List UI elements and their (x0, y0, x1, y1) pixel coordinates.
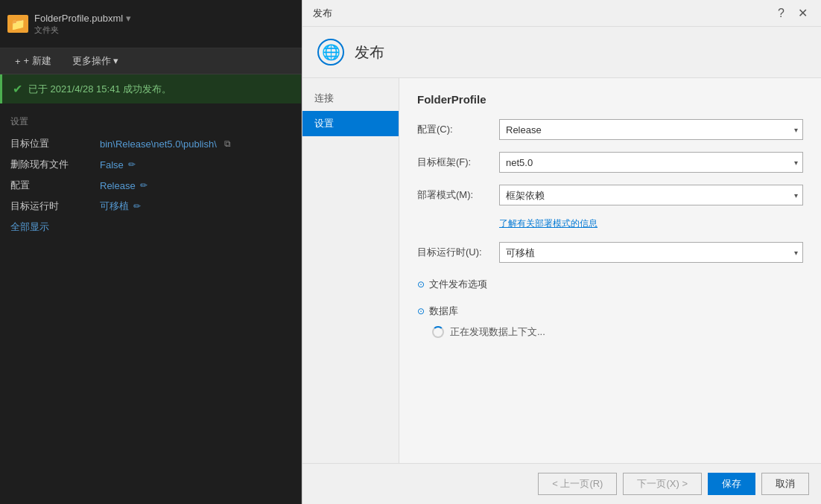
nav-item-settings[interactable]: 设置 (302, 111, 399, 136)
loading-text: 正在发现数据上下文... (450, 325, 545, 339)
loading-spinner (432, 326, 444, 338)
form-row-config: 配置(C): Release Debug ▾ (417, 119, 803, 140)
main-area: ✔ 已于 2021/4/28 15:41 成功发布。 设置 目标位置 bin\R… (0, 74, 821, 504)
setting-row-config: 配置 Release ✏ (10, 179, 291, 192)
setting-val-config: Release ✏ (100, 180, 148, 191)
form-label-framework: 目标框架(F): (417, 156, 499, 169)
app-icon (7, 15, 28, 33)
setting-key-config: 配置 (10, 179, 77, 192)
filename-arrow[interactable]: ▾ (126, 13, 131, 24)
edit-icon-delete[interactable]: ✏ (128, 159, 136, 170)
database-collapse-icon: ⊙ (417, 306, 425, 316)
file-publish-collapse-icon: ⊙ (417, 279, 425, 290)
left-panel: ✔ 已于 2021/4/28 15:41 成功发布。 设置 目标位置 bin\R… (0, 74, 302, 504)
setting-val-runtime: 可移植 ✏ (100, 200, 141, 213)
success-icon: ✔ (13, 82, 22, 96)
setting-val-delete: False ✏ (100, 159, 136, 170)
close-button[interactable]: ✕ (795, 6, 811, 20)
prev-button[interactable]: < 上一页(R) (538, 473, 617, 495)
dialog-main-title: 发布 (355, 42, 384, 63)
next-button[interactable]: 下一页(X) > (623, 473, 702, 495)
form-control-framework[interactable]: net5.0 net6.0 ▾ (499, 152, 803, 173)
setting-row-target: 目标位置 bin\Release\net5.0\publish\ ⧉ (10, 137, 291, 150)
subtitle: 文件夹 (34, 25, 59, 34)
file-publish-section: ⊙ 文件发布选项 (417, 275, 803, 294)
plus-icon: + (15, 56, 21, 67)
cancel-button[interactable]: 取消 (761, 473, 809, 495)
setting-val-target: bin\Release\net5.0\publish\ ⧉ (100, 138, 231, 150)
form-label-config: 配置(C): (417, 123, 499, 136)
dialog-footer: < 上一页(R) 下一页(X) > 保存 取消 (302, 463, 821, 504)
form-row-runtime: 目标运行时(U): 可移植 win-x64 linux-x64 ▾ (417, 242, 803, 263)
form-control-runtime[interactable]: 可移植 win-x64 linux-x64 ▾ (499, 242, 803, 263)
setting-key-delete: 删除现有文件 (10, 158, 77, 171)
file-publish-header[interactable]: ⊙ 文件发布选项 (417, 275, 803, 294)
file-publish-label: 文件发布选项 (429, 278, 487, 291)
settings-section: 设置 目标位置 bin\Release\net5.0\publish\ ⧉ 删除… (0, 103, 301, 246)
nav-item-connect[interactable]: 连接 (302, 86, 399, 111)
database-label: 数据库 (429, 304, 458, 318)
filename: FolderProfile.pubxml (34, 13, 123, 24)
dialog-titlebar: 发布 ? ✕ (302, 0, 821, 27)
framework-select[interactable]: net5.0 net6.0 (506, 157, 796, 168)
success-bar: ✔ 已于 2021/4/28 15:41 成功发布。 (0, 74, 301, 103)
dialog-body: 连接 设置 FolderProfile 配置(C): Release Debug… (302, 78, 821, 463)
form-row-framework: 目标框架(F): net5.0 net6.0 ▾ (417, 152, 803, 173)
setting-row-runtime: 目标运行时 可移植 ✏ (10, 200, 291, 213)
profile-name: FolderProfile (417, 93, 803, 106)
database-section: ⊙ 数据库 正在发现数据上下文... (417, 302, 803, 343)
success-message: 已于 2021/4/28 15:41 成功发布。 (28, 83, 171, 96)
save-button[interactable]: 保存 (708, 473, 755, 495)
help-button[interactable]: ? (775, 6, 787, 20)
deploy-info-link[interactable]: 了解有关部署模式的信息 (499, 217, 803, 230)
runtime-select[interactable]: 可移植 win-x64 linux-x64 (506, 247, 796, 258)
setting-row-delete: 删除现有文件 False ✏ (10, 158, 291, 171)
setting-key-target: 目标位置 (10, 137, 77, 150)
dialog-controls: ? ✕ (775, 6, 811, 20)
form-label-deploy: 部署模式(M): (417, 188, 499, 202)
config-select[interactable]: Release Debug (506, 124, 796, 135)
dialog-nav: 连接 设置 (302, 78, 399, 463)
loading-row: 正在发现数据上下文... (417, 321, 803, 343)
more-actions-button[interactable]: 更多操作 ▾ (66, 51, 125, 71)
form-row-deploy: 部署模式(M): 框架依赖 独立 ▾ (417, 185, 803, 205)
show-all-link[interactable]: 全部显示 (10, 221, 49, 232)
form-label-runtime: 目标运行时(U): (417, 246, 499, 259)
publish-dialog: 发布 ? ✕ 🌐 发布 连接 设置 FolderProfile 配置(C (302, 0, 821, 504)
globe-icon: 🌐 (317, 39, 344, 66)
dialog-header: 🌐 发布 (302, 27, 821, 78)
top-bar-info: FolderProfile.pubxml ▾ 文件夹 (34, 13, 131, 36)
edit-icon-config[interactable]: ✏ (140, 180, 148, 191)
dialog-content: FolderProfile 配置(C): Release Debug ▾ 目标框… (399, 78, 821, 463)
copy-icon[interactable]: ⧉ (224, 138, 231, 149)
setting-key-runtime: 目标运行时 (10, 200, 77, 213)
form-control-config[interactable]: Release Debug ▾ (499, 119, 803, 140)
edit-icon-runtime[interactable]: ✏ (133, 201, 141, 211)
form-control-deploy[interactable]: 框架依赖 独立 ▾ (499, 185, 803, 205)
database-header[interactable]: ⊙ 数据库 (417, 302, 803, 321)
section-label: 设置 (10, 115, 291, 128)
dialog-title: 发布 (313, 7, 332, 20)
new-button[interactable]: + + 新建 (9, 51, 57, 71)
deploy-select[interactable]: 框架依赖 独立 (506, 190, 796, 201)
